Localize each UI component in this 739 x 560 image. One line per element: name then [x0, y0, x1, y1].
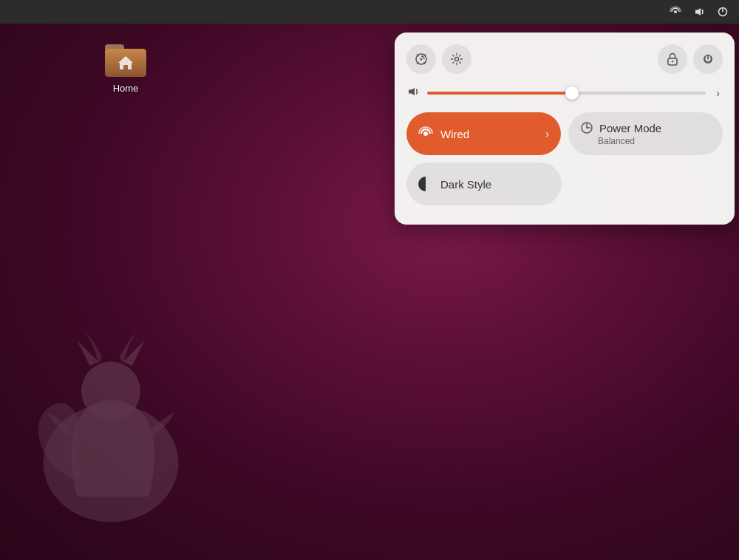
wired-network-icon	[418, 126, 433, 141]
wired-tile-left: Wired	[418, 126, 469, 141]
home-folder-image	[105, 38, 146, 80]
wired-tile[interactable]: Wired ›	[406, 112, 561, 155]
volume-fill	[427, 92, 572, 95]
quick-settings-panel: › Wired › Power Mode	[395, 33, 735, 225]
topbar-power-icon[interactable]	[712, 1, 733, 22]
topbar-volume-icon[interactable]	[689, 1, 709, 22]
power-mode-sublabel: Balanced	[580, 136, 635, 146]
volume-speaker-icon	[406, 85, 420, 101]
fox-watermark	[15, 294, 207, 530]
lock-button[interactable]	[658, 44, 687, 74]
bottom-tiles-row: Dark Style	[406, 163, 723, 205]
home-folder-label: Home	[113, 83, 139, 94]
power-mode-label: Power Mode	[599, 122, 661, 134]
panel-top-right-buttons	[658, 44, 723, 74]
volume-chevron-icon[interactable]: ›	[713, 84, 723, 102]
screenshot-button[interactable]	[406, 44, 436, 74]
svg-point-11	[672, 61, 673, 62]
svg-point-1	[81, 361, 140, 420]
settings-button[interactable]	[442, 44, 471, 74]
dark-style-icon	[418, 177, 433, 191]
tiles-row: Wired › Power Mode Balanced	[406, 112, 723, 155]
svg-point-13	[423, 132, 428, 136]
wired-tile-label: Wired	[440, 128, 469, 140]
home-folder-icon[interactable]: Home	[96, 38, 155, 94]
volume-slider[interactable]	[427, 86, 706, 100]
svg-point-2	[674, 10, 677, 13]
volume-track	[427, 92, 706, 95]
dark-style-label: Dark Style	[440, 178, 491, 191]
wired-chevron-icon: ›	[545, 128, 549, 140]
topbar-network-icon[interactable]	[665, 1, 686, 22]
volume-thumb[interactable]	[565, 86, 579, 100]
power-mode-tile[interactable]: Power Mode Balanced	[568, 112, 723, 155]
topbar	[0, 0, 739, 24]
panel-top-left-buttons	[406, 44, 471, 74]
svg-point-8	[420, 58, 423, 61]
volume-row: ›	[406, 84, 723, 102]
power-mode-icon	[580, 121, 593, 134]
power-mode-top: Power Mode	[580, 121, 661, 134]
panel-top-row	[406, 44, 723, 74]
power-off-button[interactable]	[693, 44, 723, 74]
svg-point-9	[455, 58, 459, 61]
dark-style-tile[interactable]: Dark Style	[406, 163, 562, 205]
